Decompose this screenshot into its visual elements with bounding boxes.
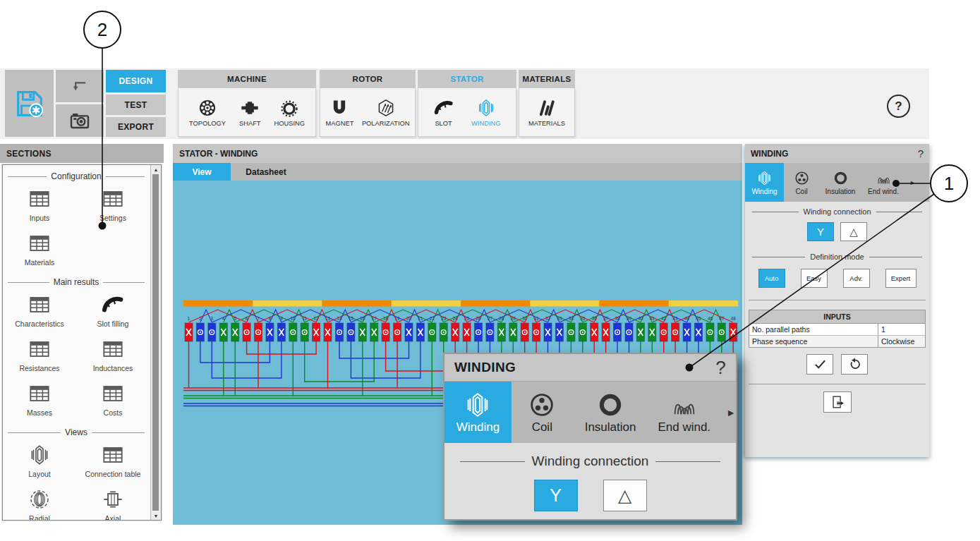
svg-text:6: 6 <box>246 316 248 321</box>
svg-text:32: 32 <box>545 316 551 321</box>
svg-text:28: 28 <box>499 316 504 321</box>
wye-connection-button[interactable]: Y <box>534 480 578 511</box>
apply-restore-row <box>745 354 929 375</box>
sidebar-item-costs[interactable]: Costs <box>76 377 150 421</box>
svg-text:48: 48 <box>731 316 737 321</box>
more-tabs-icon[interactable]: ► <box>909 179 916 186</box>
svg-text:10: 10 <box>291 316 296 321</box>
inputs-table: INPUTS No. parallel paths 1 Phase sequen… <box>749 310 926 348</box>
svg-text:11: 11 <box>302 316 307 321</box>
apply-button[interactable] <box>806 354 833 375</box>
restore-button[interactable] <box>841 354 868 375</box>
tab-datasheet[interactable]: Datasheet <box>232 163 300 181</box>
svg-text:18: 18 <box>383 316 389 321</box>
toolbar-item-materials[interactable]: MATERIALS <box>526 98 568 127</box>
import-button[interactable] <box>56 70 104 102</box>
parallel-paths-value[interactable]: 1 <box>878 324 925 335</box>
toolbar-item-housing[interactable]: HOUSING <box>272 98 308 127</box>
svg-text:22: 22 <box>430 316 435 321</box>
tab-endwind[interactable]: End wind. <box>861 163 905 202</box>
save-button[interactable] <box>5 70 54 137</box>
sidebar-item-layout[interactable]: Layout <box>3 438 76 482</box>
table-row[interactable]: Phase sequence Clockwise <box>749 335 925 347</box>
svg-text:43: 43 <box>673 316 679 321</box>
sidebar-item-inductances[interactable]: Inductances <box>76 332 150 377</box>
section-items: Characteristics Slot filling Resistances… <box>3 288 150 421</box>
toolbar-item-slot[interactable]: SLOT <box>431 98 456 127</box>
svg-text:1: 1 <box>944 173 954 194</box>
scroll-up-icon[interactable]: ▲ <box>151 165 161 174</box>
sidebar-item-label: Costs <box>104 408 123 417</box>
export-report-button[interactable] <box>823 391 852 413</box>
layout-icon <box>28 444 51 466</box>
svg-text:39: 39 <box>627 316 632 321</box>
tab-coil[interactable]: Coil <box>784 163 819 202</box>
scrollbar-thumb[interactable] <box>152 174 159 511</box>
toolbar-item-shaft[interactable]: SHAFT <box>236 98 263 127</box>
panel-help-icon[interactable]: ? <box>918 147 924 159</box>
sidebar-item-inputs[interactable]: Inputs <box>3 182 76 226</box>
connection-options: Y △ <box>444 480 736 511</box>
sidebar-item-label: Radial <box>29 514 50 521</box>
toolbar-item-label: MATERIALS <box>528 120 565 127</box>
toolbar-item-topology[interactable]: TOPOLOGY <box>186 98 229 127</box>
sidebar-item-label: Axial <box>105 514 121 521</box>
help-button[interactable]: ? <box>887 95 910 118</box>
screenshot-button[interactable] <box>56 104 104 137</box>
popup-help-icon[interactable]: ? <box>715 357 726 379</box>
more-tabs-icon[interactable]: ► <box>726 407 736 418</box>
tab-insulation[interactable]: Insulation <box>573 382 648 443</box>
svg-text:19: 19 <box>395 316 401 321</box>
mode-auto-button[interactable]: Auto <box>758 269 785 288</box>
tab-export[interactable]: EXPORT <box>106 117 166 137</box>
scroll-down-icon[interactable]: ▼ <box>151 511 161 520</box>
delta-connection-button[interactable]: △ <box>840 222 867 241</box>
delta-connection-button[interactable]: △ <box>603 480 647 511</box>
sidebar-item-resistances[interactable]: Resistances <box>3 332 76 377</box>
mode-expert-button[interactable]: Expert <box>885 269 917 288</box>
mode-easy-button[interactable]: Easy <box>801 269 828 288</box>
slot-icon <box>434 98 454 118</box>
sidebar-item-axial[interactable]: Axial <box>76 482 150 521</box>
svg-text:37: 37 <box>603 316 609 321</box>
tab-design[interactable]: DESIGN <box>106 70 166 92</box>
sidebar-item-connection-table[interactable]: Connection table <box>76 438 150 482</box>
toolbar-item-winding[interactable]: WINDING <box>468 98 503 127</box>
table-row[interactable]: No. parallel paths 1 <box>749 324 925 335</box>
sidebar-item-radial[interactable]: Radial <box>3 482 76 521</box>
toolbar-item-magnet[interactable]: MAGNET <box>323 98 357 127</box>
tab-winding[interactable]: Winding <box>745 163 784 202</box>
insulation-icon <box>833 170 849 186</box>
svg-text:9: 9 <box>280 316 283 321</box>
wye-connection-button[interactable]: Y <box>807 222 834 241</box>
sidebar-scrollbar[interactable]: ▲ ▼ <box>150 165 161 520</box>
sidebar-item-settings[interactable]: Settings <box>76 182 150 226</box>
sidebar-item-masses[interactable]: Masses <box>3 377 76 421</box>
sidebar-item-materials[interactable]: Materials <box>3 226 76 271</box>
check-icon <box>813 357 828 372</box>
tab-view[interactable]: View <box>173 163 231 181</box>
main-tabs: View Datasheet <box>173 163 742 181</box>
toolbar-item-polarization[interactable]: POLARIZATION <box>359 98 413 127</box>
axial-icon <box>102 488 124 511</box>
end-winding-icon <box>876 170 892 186</box>
sidebar-item-characteristics[interactable]: Characteristics <box>3 288 76 332</box>
svg-text:47: 47 <box>719 316 725 321</box>
toolbar-item-label: WINDING <box>471 120 500 127</box>
svg-text:36: 36 <box>592 316 598 321</box>
svg-text:3: 3 <box>211 316 214 321</box>
tab-winding[interactable]: Winding <box>444 382 512 443</box>
tab-endwind[interactable]: End wind. <box>648 382 720 443</box>
insulation-icon <box>596 391 624 419</box>
tab-insulation[interactable]: Insulation <box>819 163 861 202</box>
phase-sequence-value[interactable]: Clockwise <box>878 336 925 347</box>
toolbar-item-label: TOPOLOGY <box>189 120 226 127</box>
toolbar-item-label: POLARIZATION <box>362 120 410 127</box>
tab-coil[interactable]: Coil <box>512 382 573 443</box>
sidebar-item-label: Masses <box>27 408 52 417</box>
tab-test[interactable]: TEST <box>106 95 166 115</box>
svg-text:17: 17 <box>372 316 377 321</box>
section-divider-views: Views <box>8 427 145 437</box>
sidebar-item-slot-filling[interactable]: Slot filling <box>76 288 150 332</box>
mode-adv-button[interactable]: Adv. <box>843 269 870 288</box>
